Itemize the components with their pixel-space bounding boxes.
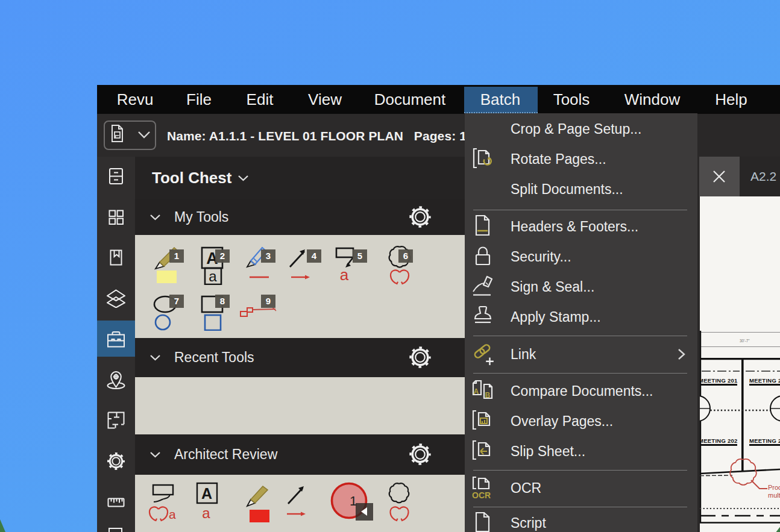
svg-text:Proc: Proc [768,484,780,491]
svg-text:B: B [485,391,491,399]
svg-text:MEETING 201: MEETING 201 [700,377,738,384]
svg-text:a: a [340,266,349,284]
svg-text:a: a [202,505,210,521]
svg-text:MEETING 2: MEETING 2 [749,437,780,444]
svg-text:a: a [169,507,176,521]
svg-text:a: a [209,268,217,284]
svg-text:OCR: OCR [472,490,491,500]
svg-text:MEETING 2: MEETING 2 [749,377,780,384]
svg-text:A: A [474,387,479,396]
svg-text:MEETING 202: MEETING 202 [700,437,738,444]
svg-text:30'-7": 30'-7" [740,339,750,343]
svg-text:mult: mult [768,492,780,499]
svg-text:A: A [201,485,212,502]
